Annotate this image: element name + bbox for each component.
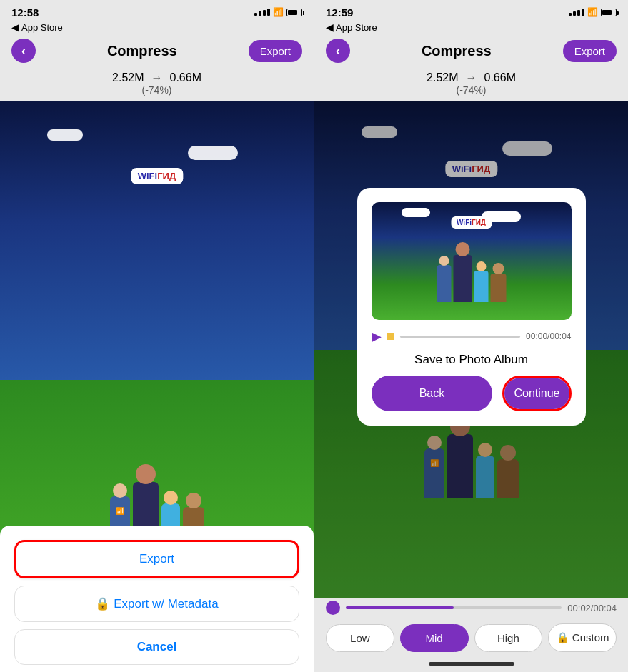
modal-video-thumbnail: WiFiГИД	[372, 202, 572, 320]
back-button-left[interactable]: ‹	[11, 39, 36, 63]
app-store-back-right[interactable]: ◀ App Store	[314, 21, 628, 36]
wifi-icon-right: 📶	[587, 7, 598, 17]
main-slider-right: 00:02/00:04	[314, 598, 628, 618]
size-from-left: 2.52M	[112, 71, 144, 84]
modal-slider-track[interactable]	[400, 336, 521, 338]
video-area-right: WiFiГИД 📶	[314, 101, 628, 598]
size-info-left: 2.52M → 0.66M (-74%)	[0, 69, 314, 101]
quality-selector: Low Mid High 🔒 Custom	[314, 618, 628, 658]
sky-left	[0, 101, 314, 407]
status-time-right: 12:59	[326, 6, 353, 19]
size-to-left: 0.66M	[170, 71, 201, 84]
cancel-button[interactable]: Cancel	[14, 629, 299, 665]
wifi-logo-left: WiFiГИД	[131, 168, 183, 184]
size-from-right: 2.52M	[427, 71, 458, 84]
export-header-button-left[interactable]: Export	[249, 40, 302, 62]
status-bar-right: 12:59 📶	[314, 0, 628, 21]
quality-custom-button[interactable]: 🔒 Custom	[548, 623, 617, 652]
quality-mid-button[interactable]: Mid	[400, 624, 469, 652]
size-percent-left: (-74%)	[141, 84, 171, 96]
quality-low-button[interactable]: Low	[326, 624, 394, 652]
home-indicator-right	[429, 662, 514, 666]
modal-play-icon[interactable]: ▶	[372, 329, 382, 344]
modal-time-label: 00:00/00:04	[526, 331, 571, 341]
arrow-right-r: →	[466, 71, 477, 84]
header-left: ‹ Compress Export	[0, 36, 314, 69]
export-meta-button[interactable]: 🔒 Export w/ Metadata	[14, 586, 299, 622]
wifi-icon-left: 📶	[273, 7, 284, 17]
status-bar-left: 12:58 📶	[0, 0, 314, 21]
back-chevron-left: ◀	[11, 21, 19, 33]
modal-card: WiFiГИД ▶ 00:00/00:04	[357, 188, 586, 426]
app-store-back-left[interactable]: ◀ App Store	[0, 21, 314, 36]
size-percent-right: (-74%)	[456, 84, 486, 96]
header-right: ‹ Compress Export	[314, 36, 628, 69]
signal-icon-left	[254, 9, 270, 16]
battery-icon-right	[601, 9, 617, 16]
status-icons-right: 📶	[569, 7, 617, 17]
status-time-left: 12:58	[11, 6, 39, 19]
app-store-text-left: App Store	[21, 22, 63, 33]
modal-timeline: ▶ 00:00/00:04	[372, 329, 572, 344]
size-to-right: 0.66M	[484, 71, 516, 84]
main-slider-fill	[346, 606, 454, 609]
continue-wrapper: Continue	[502, 376, 571, 411]
main-time-label: 00:02/00:04	[567, 603, 617, 613]
app-store-text-right: App Store	[336, 22, 377, 33]
modal-buttons: Back Continue	[372, 376, 572, 411]
page-title-left: Compress	[107, 43, 177, 59]
modal-continue-button[interactable]: Continue	[504, 378, 569, 409]
size-info-right: 2.52M → 0.66M (-74%)	[314, 69, 628, 101]
signal-icon-right	[569, 9, 584, 16]
quality-high-button[interactable]: High	[474, 624, 543, 652]
main-slider-thumb[interactable]	[326, 601, 340, 615]
action-sheet-left: Export 🔒 Export w/ Metadata Cancel	[0, 526, 314, 672]
export-main-button[interactable]: Export	[14, 540, 299, 578]
home-bar-right	[314, 658, 628, 672]
battery-icon-left	[286, 9, 302, 16]
page-title-right: Compress	[422, 43, 492, 59]
modal-overlay: WiFiГИД ▶ 00:00/00:04	[314, 101, 628, 598]
back-button-right[interactable]: ‹	[326, 39, 350, 63]
save-to-album-text: Save to Photo Album	[414, 353, 528, 367]
arrow-left: →	[151, 71, 163, 84]
main-slider-track[interactable]	[346, 606, 562, 609]
export-header-button-right[interactable]: Export	[563, 40, 617, 62]
cloud-1	[47, 129, 83, 141]
right-phone-panel: 12:59 📶 ◀ App Store ‹ Compress Export 2.…	[314, 0, 628, 672]
status-icons-left: 📶	[254, 7, 302, 17]
modal-timeline-dot	[387, 333, 394, 340]
modal-back-button[interactable]: Back	[372, 376, 493, 411]
cloud-2	[188, 146, 238, 160]
left-phone-panel: 12:58 📶 ◀ App Store ‹ Compress Export 2.…	[0, 0, 314, 672]
back-chevron-right: ◀	[326, 21, 334, 33]
